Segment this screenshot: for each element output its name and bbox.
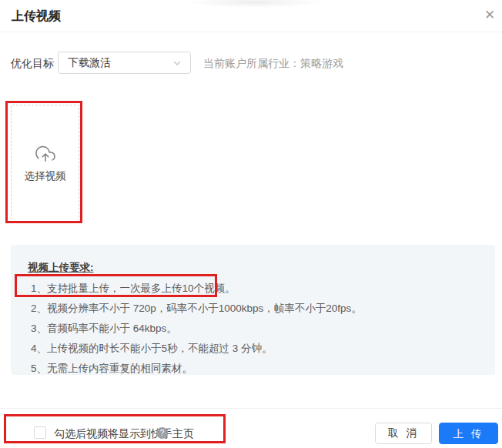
upload-requirements-panel: 视频上传要求: 1、支持批量上传，一次最多上传10个视频。2、视频分辨率不小于 … bbox=[11, 245, 495, 375]
optimization-goal-select[interactable]: 下载激活 bbox=[58, 52, 191, 74]
requirement-item: 5、无需上传内容重复的相同素材。 bbox=[28, 359, 495, 379]
account-industry-note: 当前账户所属行业：策略游戏 bbox=[203, 57, 343, 71]
footer-divider bbox=[0, 408, 502, 409]
close-icon[interactable]: ✕ bbox=[482, 8, 497, 23]
chevron-down-icon bbox=[172, 58, 182, 69]
select-value: 下载激活 bbox=[59, 56, 172, 70]
requirements-list: 1、支持批量上传，一次最多上传10个视频。2、视频分辨率不小于 720p，码率不… bbox=[28, 279, 495, 379]
optimization-goal-label: 优化目标 bbox=[11, 57, 54, 71]
requirement-item: 2、视频分辨率不小于 720p，码率不小于1000kbps，帧率不小于20fps… bbox=[28, 299, 495, 319]
select-video-label: 选择视频 bbox=[25, 169, 66, 183]
background-artifact bbox=[185, 0, 323, 8]
requirement-item: 1、支持批量上传，一次最多上传10个视频。 bbox=[28, 279, 495, 299]
help-question-icon[interactable]: ? bbox=[156, 427, 168, 439]
cloud-upload-icon bbox=[35, 145, 55, 165]
requirement-item: 4、上传视频的时长不能小于5秒，不能超过 3 分钟。 bbox=[28, 339, 495, 359]
select-video-dropzone[interactable]: 选择视频 bbox=[11, 105, 79, 222]
header-divider bbox=[0, 32, 502, 32]
show-on-kuaishou-homepage-checkbox[interactable] bbox=[34, 426, 46, 439]
cancel-button[interactable]: 取 消 bbox=[375, 423, 432, 444]
upload-video-dialog: 上传视频 ✕ 优化目标 下载激活 当前账户所属行业：策略游戏 选择视频 视频上传… bbox=[0, 0, 502, 448]
dialog-title: 上传视频 bbox=[12, 8, 61, 25]
show-on-kuaishou-homepage-label: 勾选后视频将显示到快手主页 bbox=[54, 427, 194, 441]
requirement-item: 3、音频码率不能小于 64kbps。 bbox=[28, 319, 495, 339]
requirements-heading: 视频上传要求: bbox=[28, 262, 495, 273]
upload-button[interactable]: 上 传 bbox=[439, 423, 498, 444]
